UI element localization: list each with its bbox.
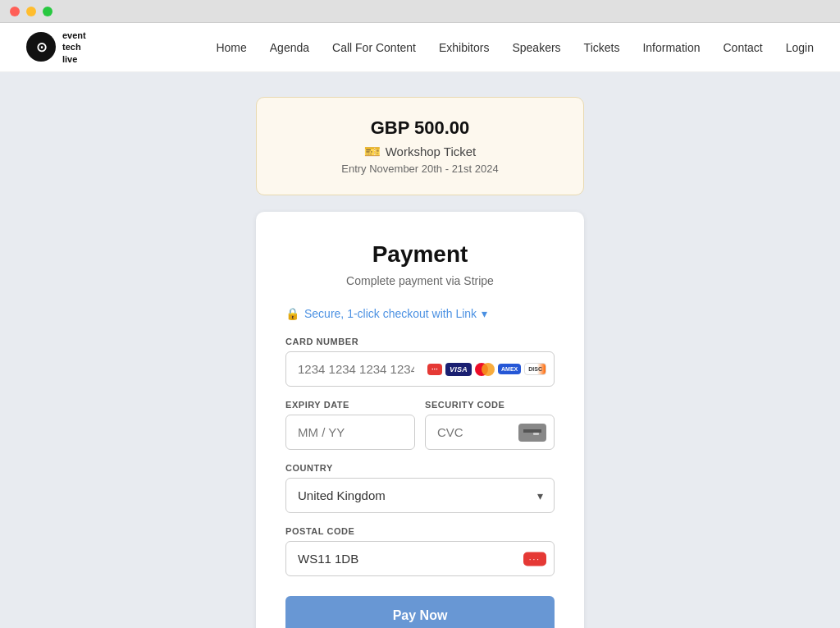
payment-subtitle: Complete payment via Stripe xyxy=(285,274,555,287)
page-content: GBP 500.00 🎫 Workshop Ticket Entry Novem… xyxy=(0,72,840,628)
postal-wrap: ··· xyxy=(285,541,555,576)
country-group: COUNTRY United Kingdom United States Ger… xyxy=(285,463,555,513)
svg-rect-1 xyxy=(523,429,541,433)
ticket-type-row: 🎫 Workshop Ticket xyxy=(276,144,564,159)
ticket-date: Entry November 20th - 21st 2024 xyxy=(276,163,564,175)
chevron-down-icon: ▾ xyxy=(482,307,487,320)
card-icon-stripe: ··· xyxy=(427,364,442,375)
mastercard-icon xyxy=(475,363,495,376)
secure-link-text: Secure, 1-click checkout with Link xyxy=(304,307,477,320)
svg-rect-2 xyxy=(533,433,539,435)
maximize-dot[interactable] xyxy=(43,7,52,16)
lock-icon: 🔒 xyxy=(285,307,299,320)
security-label: SECURITY CODE xyxy=(425,400,555,410)
expiry-input[interactable] xyxy=(285,415,415,450)
expiry-group: EXPIRY DATE xyxy=(285,400,415,450)
ticket-type: Workshop Ticket xyxy=(386,144,477,158)
nav-speakers[interactable]: Speakers xyxy=(512,41,560,54)
amex-icon: AMEX xyxy=(498,364,521,374)
nav-exhibitors[interactable]: Exhibitors xyxy=(439,41,489,54)
nav-home[interactable]: Home xyxy=(216,41,246,54)
expiry-label: EXPIRY DATE xyxy=(285,400,415,410)
country-select-wrap: United Kingdom United States Germany Fra… xyxy=(285,478,555,513)
card-number-label: CARD NUMBER xyxy=(285,337,555,346)
cvc-card-icon xyxy=(518,424,546,442)
card-number-group: CARD NUMBER ··· VISA AMEX DISC xyxy=(285,337,555,387)
nav-agenda[interactable]: Agenda xyxy=(270,41,309,54)
discover-icon: DISC xyxy=(524,363,546,375)
nav-information[interactable]: Information xyxy=(642,41,700,54)
nav-links: Home Agenda Call For Content Exhibitors … xyxy=(216,41,814,54)
security-group: SECURITY CODE xyxy=(425,400,555,450)
logo-text: eventtechlive xyxy=(62,30,86,65)
nav-contact[interactable]: Contact xyxy=(723,41,762,54)
nav-login[interactable]: Login xyxy=(786,41,814,54)
pay-now-button[interactable]: Pay Now xyxy=(285,596,555,628)
window-chrome xyxy=(0,0,840,23)
logo: ⊙ eventtechlive xyxy=(26,30,86,65)
nav-call-for-content[interactable]: Call For Content xyxy=(332,41,416,54)
payment-card: Payment Complete payment via Stripe 🔒 Se… xyxy=(256,212,584,628)
secure-checkout-link[interactable]: 🔒 Secure, 1-click checkout with Link ▾ xyxy=(285,307,555,320)
card-icons: ··· VISA AMEX DISC xyxy=(427,363,546,376)
country-select[interactable]: United Kingdom United States Germany Fra… xyxy=(285,478,555,513)
nav-tickets[interactable]: Tickets xyxy=(584,41,620,54)
postal-input[interactable] xyxy=(285,541,555,576)
postal-label: POSTAL CODE xyxy=(285,526,555,536)
ticket-icon: 🎫 xyxy=(364,144,381,159)
expiry-security-row: EXPIRY DATE SECURITY CODE xyxy=(285,400,555,463)
card-number-wrap: ··· VISA AMEX DISC xyxy=(285,351,555,387)
minimize-dot[interactable] xyxy=(26,7,36,16)
postal-menu-icon: ··· xyxy=(523,552,546,566)
logo-icon: ⊙ xyxy=(26,32,56,62)
security-wrap xyxy=(425,415,555,450)
country-label: COUNTRY xyxy=(285,463,555,473)
visa-icon: VISA xyxy=(445,363,472,376)
ticket-price: GBP 500.00 xyxy=(276,117,564,139)
ticket-card: GBP 500.00 🎫 Workshop Ticket Entry Novem… xyxy=(256,97,584,195)
payment-title: Payment xyxy=(285,241,555,268)
postal-group: POSTAL CODE ··· xyxy=(285,526,555,576)
close-dot[interactable] xyxy=(10,7,20,16)
navbar: ⊙ eventtechlive Home Agenda Call For Con… xyxy=(0,23,840,72)
